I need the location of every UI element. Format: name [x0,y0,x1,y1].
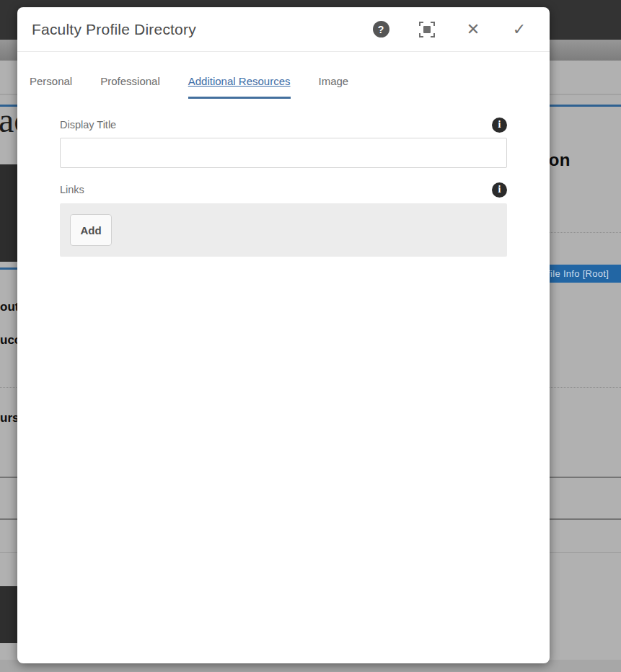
tab-personal[interactable]: Personal [30,75,72,99]
dialog-title: Faculty Profile Directory [32,21,372,38]
display-title-label: Display Title [60,119,116,131]
close-icon: ✕ [467,22,480,37]
links-label: Links [60,184,84,195]
fullscreen-button[interactable] [418,21,436,38]
dialog-tabs: Personal Professional Additional Resourc… [17,52,550,99]
tab-additional-resources[interactable]: Additional Resources [188,75,291,99]
dialog-header: Faculty Profile Directory ? ✕ [17,7,550,52]
links-label-row: Links i [60,182,507,198]
info-icon[interactable]: i [492,182,507,198]
background-text-fragment: out [0,301,19,313]
add-link-button[interactable]: Add [70,214,112,246]
help-icon: ? [373,21,389,37]
component-label-bar: rofile Info [Root] [537,265,621,283]
info-icon[interactable]: i [492,118,507,133]
background-image-fragment [0,586,18,643]
selected-component-border-left [0,268,18,270]
dialog-header-actions: ? ✕ ✓ [372,21,528,38]
help-button[interactable]: ? [372,21,389,38]
dialog-content: Display Title i Links i Add [17,99,550,257]
screen: ac out ucc tion rofile Info [Root] urs F… [0,0,621,672]
check-icon: ✓ [513,22,526,37]
tab-professional[interactable]: Professional [100,75,160,99]
close-button[interactable]: ✕ [464,21,482,38]
background-image-fragment [0,164,18,262]
links-multifield-panel: Add [60,203,507,257]
component-edit-dialog: Faculty Profile Directory ? ✕ [17,7,550,663]
background-text-fragment: urs [0,412,19,424]
confirm-button[interactable]: ✓ [511,21,528,38]
links-field: Links i Add [60,182,507,257]
display-title-input[interactable] [60,138,507,168]
display-title-label-row: Display Title i [60,117,507,133]
fullscreen-icon [419,22,435,37]
tab-image[interactable]: Image [319,75,349,99]
